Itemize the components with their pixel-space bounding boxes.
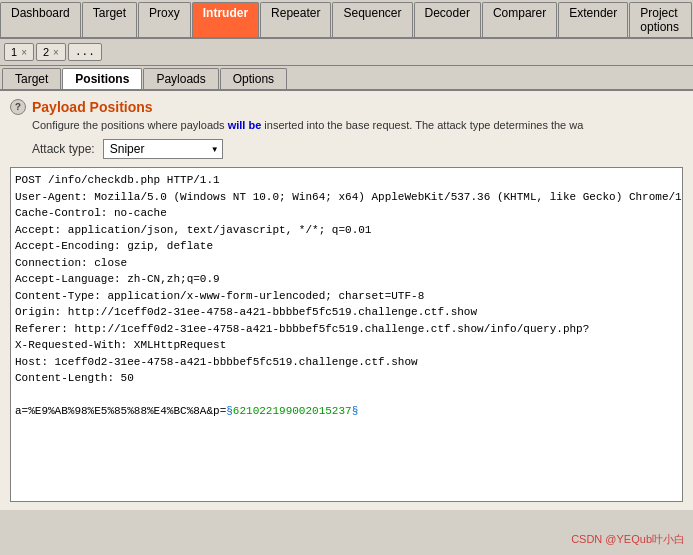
section-description: Configure the positions where payloads w… [32, 119, 683, 131]
info-icon: ? [10, 99, 26, 115]
sub-tab-target[interactable]: Target [2, 68, 61, 89]
tab-intruder[interactable]: Intruder [192, 2, 259, 37]
tab-sequencer[interactable]: Sequencer [332, 2, 412, 37]
tab-number-2[interactable]: 2 × [36, 43, 66, 61]
tab-number-1[interactable]: 1 × [4, 43, 34, 61]
payload-value: 621022199002015237 [233, 405, 352, 417]
payload-prefix: a=%E9%AB%98%E5%85%88%E4%BC%8A&p= [15, 405, 226, 417]
watermark: CSDN @YEQub叶小白 [571, 532, 685, 547]
tab-extender[interactable]: Extender [558, 2, 628, 37]
sub-tab-positions[interactable]: Positions [62, 68, 142, 89]
desc-highlight: will be [228, 119, 262, 131]
main-content: ? Payload Positions Configure the positi… [0, 91, 693, 510]
sub-tab-options[interactable]: Options [220, 68, 287, 89]
attack-type-label: Attack type: [32, 142, 95, 156]
section-title: Payload Positions [32, 99, 153, 115]
tab-number-2-close[interactable]: × [53, 47, 59, 58]
payload-open-marker: § [226, 405, 233, 417]
tab-number-1-close[interactable]: × [21, 47, 27, 58]
sub-tab-payloads[interactable]: Payloads [143, 68, 218, 89]
attack-type-select[interactable]: Sniper Battering ram Pitchfork Cluster b… [103, 139, 223, 159]
tab-dashboard[interactable]: Dashboard [0, 2, 81, 37]
top-nav-bar: Dashboard Target Proxy Intruder Repeater… [0, 0, 693, 39]
tab-number-1-label: 1 [11, 46, 17, 58]
tab-target[interactable]: Target [82, 2, 137, 37]
sub-tabs-bar: Target Positions Payloads Options [0, 66, 693, 91]
tab-decoder[interactable]: Decoder [414, 2, 481, 37]
payload-text-line: a=%E9%AB%98%E5%85%88%E4%BC%8A&p=§6210221… [15, 405, 358, 417]
attack-type-select-wrapper: Sniper Battering ram Pitchfork Cluster b… [103, 139, 223, 159]
tab-more-button[interactable]: ... [68, 43, 102, 61]
request-line-1: POST /info/checkdb.php HTTP/1.1 User-Age… [15, 174, 683, 384]
tab-numbers-row: 1 × 2 × ... [0, 39, 693, 66]
tab-number-2-label: 2 [43, 46, 49, 58]
attack-type-row: Attack type: Sniper Battering ram Pitchf… [32, 139, 683, 159]
tab-project-options[interactable]: Project options [629, 2, 692, 37]
tab-comparer[interactable]: Comparer [482, 2, 557, 37]
request-text-area[interactable]: POST /info/checkdb.php HTTP/1.1 User-Age… [10, 167, 683, 502]
section-header: ? Payload Positions [10, 99, 683, 115]
payload-close-marker: § [352, 405, 359, 417]
tab-repeater[interactable]: Repeater [260, 2, 331, 37]
tab-proxy[interactable]: Proxy [138, 2, 191, 37]
